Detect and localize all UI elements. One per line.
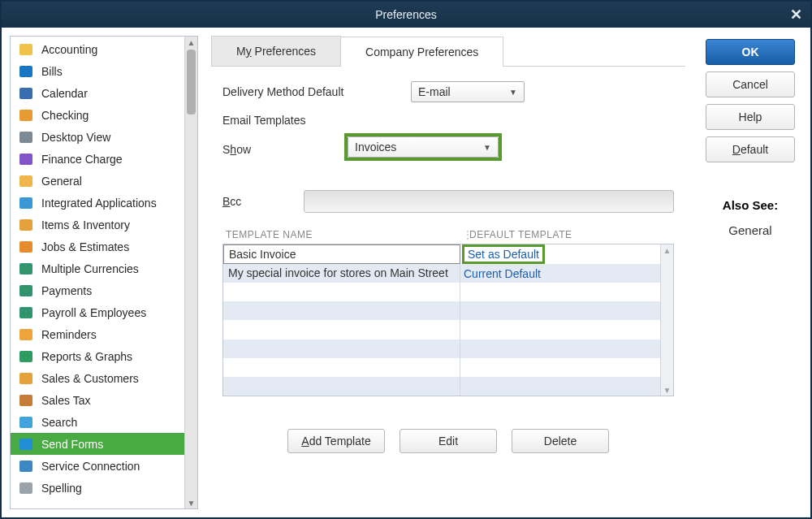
main-panel: My Preferences Company Preferences Deliv… — [206, 36, 690, 509]
sidebar-item-finance-charge[interactable]: Finance Charge — [11, 148, 184, 170]
svg-rect-19 — [19, 461, 32, 472]
template-name-cell: My special invoice for stores on Main St… — [223, 264, 460, 283]
checking-icon — [17, 107, 35, 123]
sidebar-item-spelling[interactable]: Spelling — [11, 477, 184, 499]
sidebar-item-multiple-currencies[interactable]: Multiple Currencies — [11, 257, 184, 279]
svg-rect-20 — [19, 482, 32, 494]
scroll-up-icon[interactable]: ▲ — [661, 244, 673, 256]
show-highlight: Invoices ▼ — [344, 133, 502, 161]
svg-rect-12 — [19, 307, 32, 318]
template-default-cell — [460, 301, 660, 320]
finance-charge-icon — [17, 151, 35, 167]
sidebar-item-label: Payroll & Employees — [41, 306, 146, 319]
bcc-input[interactable] — [304, 190, 674, 213]
svg-rect-3 — [19, 110, 32, 121]
set-as-default-link[interactable]: Set as Default — [462, 244, 545, 264]
close-icon[interactable]: ✕ — [790, 6, 802, 24]
template-name-cell — [223, 377, 460, 396]
items-inventory-icon — [17, 217, 35, 233]
chevron-down-icon: ▼ — [509, 88, 517, 97]
templates-table: Basic InvoiceSet as DefaultMy special in… — [222, 244, 674, 396]
edit-button[interactable]: Edit — [400, 429, 497, 453]
table-scrollbar[interactable]: ▲ ▼ — [660, 244, 673, 396]
scroll-down-icon[interactable]: ▼ — [661, 384, 673, 396]
svg-rect-9 — [19, 241, 32, 253]
sidebar-item-checking[interactable]: Checking — [11, 104, 184, 126]
svg-rect-15 — [19, 373, 32, 384]
general-icon — [17, 173, 35, 189]
template-name-cell — [223, 283, 460, 301]
sidebar-item-label: Checking — [41, 109, 89, 122]
tab-company-preferences[interactable]: Company Preferences — [340, 37, 503, 67]
svg-rect-2 — [19, 88, 32, 99]
table-row[interactable]: Basic InvoiceSet as Default — [223, 244, 660, 264]
sales-customers-icon — [17, 370, 35, 387]
table-row[interactable] — [223, 320, 660, 339]
table-header-default: DEFAULT TEMPLATE — [466, 229, 671, 240]
sidebar-item-label: Finance Charge — [41, 153, 123, 166]
sidebar-item-send-forms[interactable]: Send Forms — [11, 433, 184, 455]
template-default-cell — [460, 340, 660, 358]
sidebar-item-label: Desktop View — [41, 131, 110, 144]
template-name-cell — [223, 340, 460, 358]
add-template-button[interactable]: Add Template — [287, 429, 385, 453]
scroll-down-icon[interactable]: ▼ — [185, 497, 197, 508]
sidebar-item-general[interactable]: General — [11, 170, 184, 192]
sidebar-item-label: Jobs & Estimates — [41, 240, 129, 253]
template-name-cell: Basic Invoice — [223, 244, 460, 264]
sidebar-item-integrated-applications[interactable]: Integrated Applications — [11, 192, 184, 214]
delivery-method-select[interactable]: E-mail ▼ — [411, 81, 525, 102]
ok-button[interactable]: OK — [706, 39, 795, 65]
sidebar-item-label: Items & Inventory — [41, 218, 130, 231]
sidebar-item-jobs-estimates[interactable]: Jobs & Estimates — [11, 236, 184, 257]
table-row[interactable] — [223, 377, 660, 396]
sidebar-scrollbar[interactable]: ▲ ▼ — [184, 37, 197, 508]
sidebar-item-calendar[interactable]: Calendar — [11, 82, 184, 104]
delivery-method-value: E-mail — [418, 85, 451, 98]
sidebar-item-reports-graphs[interactable]: Reports & Graphs — [11, 345, 184, 367]
table-row[interactable] — [223, 301, 660, 320]
scroll-up-icon[interactable]: ▲ — [185, 37, 197, 48]
sidebar-item-payroll-employees[interactable]: Payroll & Employees — [11, 301, 184, 323]
svg-rect-6 — [19, 175, 32, 187]
sidebar-item-search[interactable]: Search — [11, 411, 184, 433]
sidebar-item-label: Search — [41, 416, 77, 429]
table-row[interactable] — [223, 283, 660, 301]
table-row[interactable] — [223, 340, 660, 358]
delivery-method-label: Delivery Method Default — [222, 85, 411, 98]
show-value: Invoices — [355, 141, 396, 154]
svg-rect-4 — [19, 132, 32, 143]
service-connection-icon — [17, 458, 35, 474]
delete-button[interactable]: Delete — [512, 429, 609, 453]
sidebar-item-bills[interactable]: Bills — [11, 60, 184, 82]
sidebar-item-label: Calendar — [41, 87, 88, 100]
sidebar-item-label: Multiple Currencies — [41, 262, 139, 275]
cancel-button[interactable]: Cancel — [706, 71, 795, 97]
sidebar-item-items-inventory[interactable]: Items & Inventory — [11, 214, 184, 236]
default-button[interactable]: Default — [706, 136, 795, 162]
reports-graphs-icon — [17, 348, 35, 365]
sidebar-item-payments[interactable]: Payments — [11, 279, 184, 301]
sidebar-item-desktop-view[interactable]: Desktop View — [11, 126, 184, 148]
svg-rect-13 — [19, 329, 32, 340]
show-select[interactable]: Invoices ▼ — [348, 136, 499, 158]
table-row[interactable]: My special invoice for stores on Main St… — [223, 264, 660, 283]
table-row[interactable] — [223, 358, 660, 377]
chevron-down-icon: ▼ — [483, 143, 491, 152]
help-button[interactable]: Help — [706, 104, 795, 130]
sidebar-item-reminders[interactable]: Reminders — [11, 323, 184, 345]
tab-my-preferences[interactable]: My Preferences — [211, 36, 341, 66]
sidebar-item-service-connection[interactable]: Service Connection — [11, 455, 184, 477]
sidebar-item-label: General — [41, 175, 82, 188]
also-see-link[interactable]: General — [723, 223, 778, 237]
right-panel: OK Cancel Help Default Also See: General — [698, 36, 802, 509]
sidebar-item-sales-tax[interactable]: Sales Tax — [11, 389, 184, 411]
scroll-thumb[interactable] — [187, 50, 196, 115]
table-header-name: TEMPLATE NAME — [226, 229, 463, 240]
sidebar-item-sales-customers[interactable]: Sales & Customers — [11, 367, 184, 389]
svg-rect-1 — [19, 66, 32, 77]
sidebar-item-accounting[interactable]: Accounting — [11, 38, 184, 60]
sidebar-item-label: Send Forms — [41, 438, 103, 451]
sidebar-item-label: Payments — [41, 284, 92, 297]
preferences-window: Preferences ✕ AccountingBillsCalendarChe… — [0, 0, 812, 519]
